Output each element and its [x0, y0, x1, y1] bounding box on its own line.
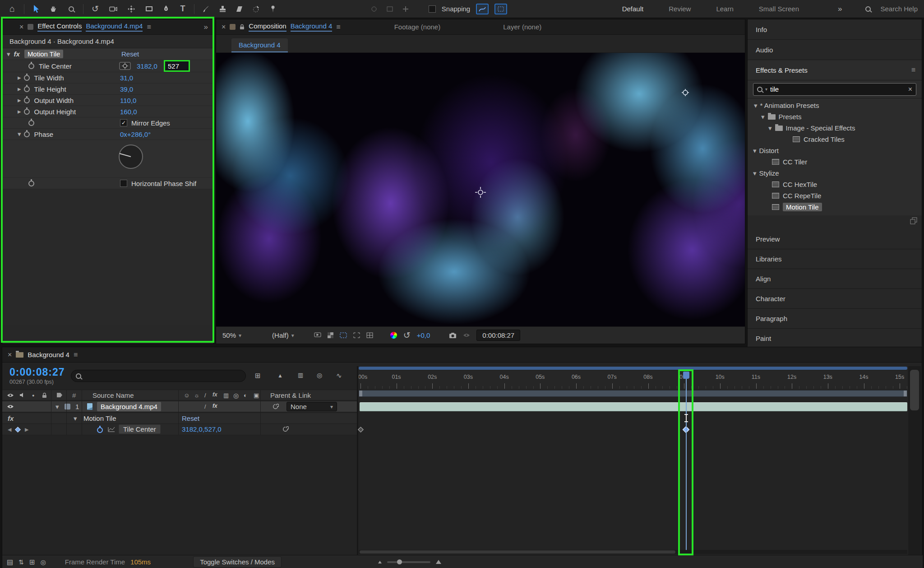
effect-control-point-icon[interactable] [681, 88, 689, 97]
audio-panel-header[interactable]: Audio [748, 40, 922, 60]
show-snapshot-icon[interactable] [463, 333, 470, 338]
layer-number-header[interactable]: # [72, 391, 76, 399]
rotation-tool-icon[interactable] [89, 4, 101, 14]
effect-twirl-icon[interactable] [74, 414, 77, 423]
playhead-line[interactable] [686, 374, 687, 555]
parent-pickwhip-icon[interactable] [272, 403, 279, 410]
time-navigator-bar[interactable] [359, 367, 907, 370]
timeline-search-input[interactable] [84, 372, 241, 380]
property-name[interactable]: Tile Center [119, 424, 161, 434]
timeline-zoom-slider[interactable] [387, 561, 430, 563]
zoom-slider-thumb[interactable] [397, 559, 402, 564]
twirl-down-icon[interactable] [754, 102, 758, 110]
stopwatch-icon[interactable] [28, 63, 34, 69]
preview-panel-header[interactable]: Preview [748, 229, 922, 249]
property-row[interactable]: Tile Center 3182,0,527,0 [2, 424, 357, 435]
shy-switch-icon[interactable] [184, 392, 189, 399]
property-value[interactable]: 31,0 [120, 74, 133, 82]
effects-presets-panel-header[interactable]: Effects & Presets ≡ [748, 60, 922, 80]
motion-blur-icon[interactable] [317, 372, 322, 379]
comp-mini-flowchart-icon[interactable] [255, 372, 261, 380]
property-value[interactable]: 39,0 [120, 85, 133, 93]
expand-layer-switches-icon[interactable] [7, 558, 13, 566]
snapshot-camera-icon[interactable] [449, 332, 457, 338]
horizontal-phase-checkbox[interactable] [120, 180, 127, 187]
snapping-option-path-icon[interactable] [476, 4, 489, 14]
zoom-out-mountain-icon[interactable] [378, 561, 382, 563]
lock-icon[interactable] [42, 392, 47, 398]
toggle-switches-modes-button[interactable]: Toggle Switches / Modes [193, 556, 282, 568]
draft-3d-icon[interactable] [277, 372, 283, 379]
resolution-dropdown[interactable]: (Half) [272, 331, 294, 339]
workspace-learn[interactable]: Learn [716, 5, 733, 13]
zoom-in-mountain-icon[interactable] [436, 560, 441, 564]
parent-link-dropdown[interactable]: None [286, 402, 337, 411]
timeline-current-time[interactable]: 0:00:08:27 [9, 366, 65, 378]
effects-search-input[interactable] [770, 85, 906, 93]
region-of-interest-icon[interactable] [353, 332, 360, 338]
layer-twirl-icon[interactable] [55, 403, 59, 411]
type-tool-icon[interactable] [177, 4, 188, 14]
eraser-tool-icon[interactable] [234, 6, 245, 12]
effect-reset-button[interactable]: Reset [121, 50, 139, 58]
stopwatch-icon[interactable] [24, 131, 30, 137]
frame-blending-icon[interactable] [298, 372, 303, 378]
effect-controls-tab-title[interactable]: Effect Controls [37, 22, 82, 32]
panel-menu-icon[interactable]: ≡ [74, 351, 78, 359]
workspace-review[interactable]: Review [669, 5, 691, 13]
zoom-tool-icon[interactable] [65, 6, 77, 12]
phase-dial[interactable] [118, 144, 144, 170]
timeline-vertical-scrollbar[interactable] [908, 366, 921, 555]
tree-item-motion-tile[interactable]: Motion Tile [748, 201, 922, 213]
video-visibility-icon[interactable] [7, 393, 14, 398]
paragraph-panel-header[interactable]: Paragraph [748, 309, 922, 329]
home-icon[interactable] [6, 4, 18, 14]
effect-controls-tab-doc[interactable]: Background 4.mp4 [86, 22, 143, 32]
transparency-grid-icon[interactable] [328, 332, 333, 338]
layer-label-color-chip[interactable] [65, 404, 70, 410]
grid-guides-icon[interactable] [366, 332, 373, 338]
expand-inout-pane-icon[interactable] [29, 558, 35, 566]
quality-switch-icon[interactable] [204, 392, 206, 399]
effect-point-icon[interactable] [119, 62, 131, 70]
property-pickwhip-icon[interactable] [282, 426, 289, 433]
mirror-edges-checkbox[interactable] [120, 119, 127, 126]
property-value[interactable]: 0x+286,0° [120, 130, 151, 138]
work-area-start-handle[interactable] [359, 391, 362, 396]
timeline-tab[interactable]: Background 4 [28, 351, 69, 358]
effects-search-field[interactable]: ▾ × [753, 83, 916, 96]
keyframe-diamond[interactable] [358, 427, 364, 433]
twirl-right-icon[interactable] [18, 74, 21, 82]
property-value[interactable]: 160,0 [120, 108, 137, 116]
magnification-dropdown[interactable]: 50% [222, 331, 241, 339]
property-stopwatch-icon[interactable] [97, 427, 103, 433]
layer-source-name[interactable]: Background 4.mp4 [97, 402, 161, 411]
pan-behind-tool-icon[interactable] [125, 5, 137, 13]
panel-grip-icon[interactable] [910, 217, 917, 224]
close-icon[interactable]: × [222, 23, 226, 31]
property-value[interactable]: 3182,0,527,0 [182, 425, 222, 433]
tree-item-stylize[interactable]: Stylize [748, 168, 922, 179]
info-panel-header[interactable]: Info [748, 19, 922, 40]
effect-reset-button[interactable]: Reset [182, 414, 199, 422]
search-help-text[interactable]: Search Help [880, 5, 918, 13]
puppet-pin-tool-icon[interactable] [268, 5, 278, 13]
twirl-down-icon[interactable] [753, 147, 757, 155]
layer-quality-switch[interactable] [204, 403, 206, 410]
stopwatch-icon[interactable] [24, 109, 30, 115]
adjustment-layer-switch-icon[interactable] [244, 392, 247, 399]
work-area-end-handle[interactable] [904, 391, 907, 396]
footage-tab[interactable]: Footage (none) [394, 23, 441, 31]
tree-item-distort[interactable]: Distort [748, 145, 922, 156]
always-preview-icon[interactable] [314, 332, 321, 338]
stopwatch-icon[interactable] [24, 86, 30, 92]
source-name-header[interactable]: Source Name [92, 391, 134, 399]
show-channel-icon[interactable] [390, 332, 397, 339]
twirl-right-icon[interactable] [18, 85, 21, 93]
graph-overlay-icon[interactable] [108, 427, 115, 432]
next-keyframe-icon[interactable] [25, 427, 28, 433]
time-ruler[interactable]: 0:00s01s02s03s04s05s06s07s08s09s10s11s12… [359, 371, 907, 389]
effect-name[interactable]: Motion Tile [24, 50, 64, 58]
twirl-down-icon[interactable] [753, 169, 757, 177]
anchor-point-crosshair-icon[interactable] [475, 187, 486, 198]
